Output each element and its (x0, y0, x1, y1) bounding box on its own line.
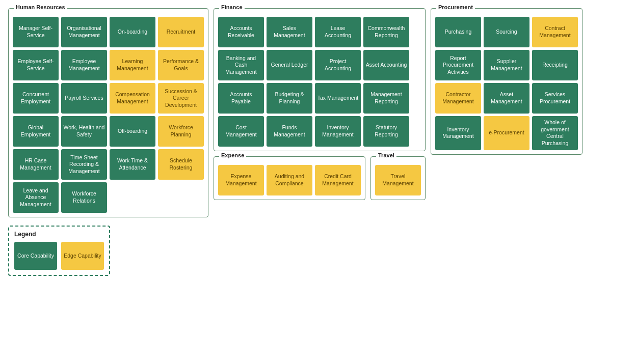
fin-sales-management[interactable]: Sales Management (267, 17, 312, 47)
proc-row-3: Contractor Management Asset Management S… (435, 83, 578, 114)
fin-lease-accounting[interactable]: Lease Accounting (315, 17, 361, 47)
fin-management-reporting[interactable]: Management Reporting (363, 83, 409, 114)
legend-box: Legend Core Capability Edge Capability (8, 226, 110, 276)
expense-title: Expense (219, 152, 246, 158)
hr-organisational-management[interactable]: Organisational Management (61, 17, 107, 47)
hr-leave-absence[interactable]: Leave and Absence Management (13, 182, 59, 213)
finance-row-2: Banking and Cash Management General Ledg… (218, 50, 421, 80)
hr-employee-self-service[interactable]: Employee Self-Service (13, 50, 59, 80)
expense-section: Expense Expense Management Auditing and … (214, 156, 365, 200)
finance-row-3: Accounts Payable Budgeting & Planning Ta… (218, 83, 421, 114)
hr-manager-self-service[interactable]: Manager Self-Service (13, 17, 59, 47)
fin-accounts-receivable[interactable]: Accounts Receivable (218, 17, 264, 47)
procurement-section: Procurement Purchasing Sourcing Contract… (431, 8, 582, 155)
legend-title: Legend (14, 231, 104, 238)
hr-empty-2 (158, 182, 204, 213)
hr-on-boarding[interactable]: On-boarding (110, 17, 155, 47)
finance-grid: Accounts Receivable Sales Management Lea… (218, 17, 421, 147)
hr-payroll-services[interactable]: Payroll Services (61, 83, 107, 114)
hr-row-5: HR Case Management Time Sheet Recording … (13, 149, 204, 180)
fin-inventory-management[interactable]: Inventory Management (315, 116, 361, 147)
hr-concurrent-employment[interactable]: Concurrent Employment (13, 83, 59, 114)
travel-grid: Travel Management (375, 165, 421, 195)
proc-asset-management[interactable]: Asset Management (484, 83, 529, 114)
hr-empty-1 (110, 182, 155, 213)
expense-grid: Expense Management Auditing and Complian… (218, 165, 361, 195)
hr-succession-career[interactable]: Succession & Career Development (158, 83, 204, 114)
procurement-grid: Purchasing Sourcing Contract Management … (435, 17, 578, 150)
hr-row-1: Manager Self-Service Organisational Mana… (13, 17, 204, 47)
hr-row-4: Global Employment Work, Health and Safet… (13, 116, 204, 147)
proc-row-2: Report Procurement Activities Supplier M… (435, 50, 578, 80)
hr-compensation-management[interactable]: Compensation Management (110, 83, 155, 114)
procurement-title: Procurement (436, 4, 475, 10)
fin-commonwealth-reporting[interactable]: Commonwealth Reporting (363, 17, 409, 47)
proc-purchasing[interactable]: Purchasing (435, 17, 481, 47)
travel-title: Travel (376, 152, 396, 158)
fin-statutory-reporting[interactable]: Statutory Reporting (363, 116, 409, 147)
hr-learning-management[interactable]: Learning Management (110, 50, 155, 80)
hr-schedule-rostering[interactable]: Schedule Rostering (158, 149, 204, 180)
fin-banking-cash[interactable]: Banking and Cash Management (218, 50, 264, 80)
hr-work-health-safety[interactable]: Work, Health and Safety (61, 116, 107, 147)
hr-off-boarding[interactable]: Off-boarding (110, 116, 155, 147)
hr-section: Human Resources Manager Self-Service Org… (8, 8, 208, 217)
hr-row-6: Leave and Absence Management Workforce R… (13, 182, 204, 213)
travel-management[interactable]: Travel Management (375, 165, 421, 195)
hr-work-time-attendance[interactable]: Work Time & Attendance (110, 149, 155, 180)
expense-travel-row: Expense Expense Management Auditing and … (214, 156, 426, 200)
hr-global-employment[interactable]: Global Employment (13, 116, 59, 147)
hr-row-2: Employee Self-Service Employee Managemen… (13, 50, 204, 80)
proc-contract-management[interactable]: Contract Management (532, 17, 578, 47)
fin-project-accounting[interactable]: Project Accounting (315, 50, 361, 80)
proc-services-procurement[interactable]: Services Procurement (532, 83, 578, 114)
hr-title: Human Resources (14, 4, 67, 10)
fin-asset-accounting[interactable]: Asset Accounting (363, 50, 409, 80)
finance-row-4: Cost Management Funds Management Invento… (218, 116, 421, 147)
legend-edge: Edge Capability (61, 242, 104, 270)
hr-recruitment[interactable]: Recruitment (158, 17, 204, 47)
legend-grid: Core Capability Edge Capability (14, 242, 104, 270)
proc-whole-of-gov[interactable]: Whole of government Central Purchasing (532, 116, 578, 150)
hr-employee-management[interactable]: Employee Management (61, 50, 107, 80)
hr-performance-goals[interactable]: Performance & Goals (158, 50, 204, 80)
fin-tax-management[interactable]: Tax Management (315, 83, 361, 114)
proc-receipting[interactable]: Receipting (532, 50, 578, 80)
travel-section: Travel Travel Management (370, 156, 426, 200)
finance-row-1: Accounts Receivable Sales Management Lea… (218, 17, 421, 47)
finance-section: Finance Accounts Receivable Sales Manage… (214, 8, 426, 151)
fin-general-ledger[interactable]: General Ledger (267, 50, 312, 80)
proc-supplier-management[interactable]: Supplier Management (484, 50, 529, 80)
hr-timesheet[interactable]: Time Sheet Recording & Management (61, 149, 107, 180)
finance-expense-travel-col: Finance Accounts Receivable Sales Manage… (214, 8, 426, 200)
fin-funds-management[interactable]: Funds Management (267, 116, 312, 147)
proc-e-procurement[interactable]: e-Procurement (484, 116, 529, 150)
fin-budgeting-planning[interactable]: Budgeting & Planning (267, 83, 312, 114)
proc-inventory-management[interactable]: Inventory Management (435, 116, 481, 150)
legend-core: Core Capability (14, 242, 57, 270)
proc-report-procurement[interactable]: Report Procurement Activities (435, 50, 481, 80)
hr-case-management[interactable]: HR Case Management (13, 149, 59, 180)
proc-row-1: Purchasing Sourcing Contract Management (435, 17, 578, 47)
proc-sourcing[interactable]: Sourcing (484, 17, 529, 47)
exp-auditing-compliance[interactable]: Auditing and Compliance (267, 165, 312, 195)
proc-contractor-management[interactable]: Contractor Management (435, 83, 481, 114)
exp-expense-management[interactable]: Expense Management (218, 165, 264, 195)
fin-cost-management[interactable]: Cost Management (218, 116, 264, 147)
hr-grid: Manager Self-Service Organisational Mana… (13, 17, 204, 213)
hr-workforce-planning[interactable]: Workforce Planning (158, 116, 204, 147)
proc-row-4: Inventory Management e-Procurement Whole… (435, 116, 578, 150)
finance-title: Finance (219, 4, 245, 10)
hr-workforce-relations[interactable]: Workforce Relations (61, 182, 107, 213)
hr-row-3: Concurrent Employment Payroll Services C… (13, 83, 204, 114)
exp-credit-card[interactable]: Credit Card Management (315, 165, 361, 195)
fin-accounts-payable[interactable]: Accounts Payable (218, 83, 264, 114)
